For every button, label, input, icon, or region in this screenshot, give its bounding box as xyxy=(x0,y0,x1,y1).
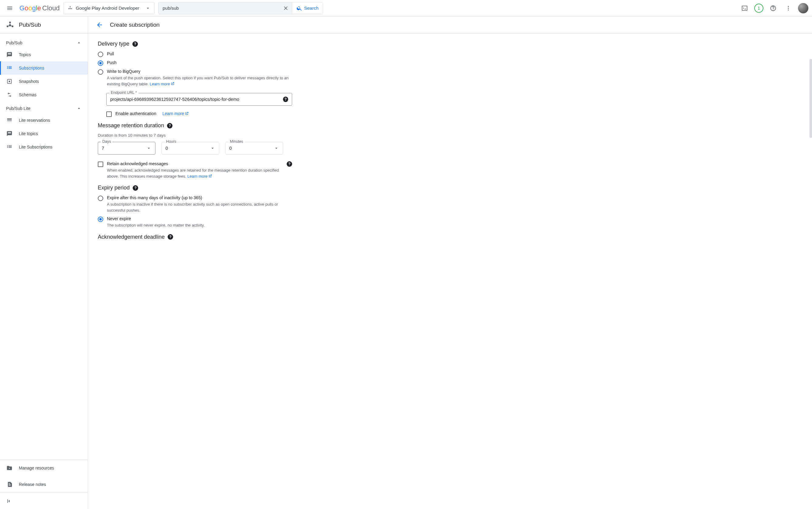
svg-point-8 xyxy=(788,9,789,10)
svg-point-2 xyxy=(71,8,72,9)
chevron-down-icon xyxy=(145,5,151,11)
svg-point-10 xyxy=(7,25,8,27)
checkbox-icon xyxy=(98,162,103,167)
more-button[interactable] xyxy=(783,3,794,14)
never-expire-radio[interactable]: Never expire The subscription will never… xyxy=(98,216,292,228)
hours-select[interactable]: Hours 0 xyxy=(162,142,219,155)
help-icon xyxy=(770,5,776,11)
sidebar-item-topics[interactable]: Topics xyxy=(0,48,88,61)
chevron-down-icon xyxy=(146,145,151,151)
scrollbar[interactable] xyxy=(810,33,812,509)
topic-icon xyxy=(6,131,12,137)
help-button[interactable] xyxy=(768,3,779,14)
delivery-bigquery-radio[interactable]: Write to BigQuery A variant of the push … xyxy=(98,69,292,87)
svg-point-12 xyxy=(9,24,11,26)
folder-gear-icon xyxy=(6,465,12,471)
expire-after-radio[interactable]: Expire after this many days of inactivit… xyxy=(98,195,292,213)
cloud-shell-button[interactable] xyxy=(739,3,750,14)
delivery-type-heading: Delivery type ? xyxy=(98,41,292,47)
notifications-badge[interactable]: 1 xyxy=(754,4,764,13)
radio-icon xyxy=(98,69,103,75)
sidebar-item-manage-resources[interactable]: Manage resources xyxy=(0,460,88,476)
search-container: Search xyxy=(158,2,323,14)
bigquery-learn-more-link[interactable]: Learn more xyxy=(150,82,175,86)
project-icon xyxy=(67,5,73,11)
delivery-type-help[interactable]: ? xyxy=(132,41,138,47)
sidebar-item-subscriptions[interactable]: Subscriptions xyxy=(0,61,88,75)
subscriptions-icon xyxy=(6,65,12,71)
endpoint-url-field[interactable]: Endpoint URL * ? xyxy=(106,93,292,106)
sidebar-item-lite-topics[interactable]: Lite topics xyxy=(0,127,88,140)
sidebar-item-schemas[interactable]: Schemas xyxy=(0,88,88,101)
chevron-down-icon xyxy=(274,145,279,151)
external-link-icon xyxy=(185,111,189,116)
google-cloud-logo[interactable]: Google Cloud xyxy=(20,4,60,12)
chevron-up-icon xyxy=(76,40,82,45)
account-avatar[interactable] xyxy=(798,3,808,13)
endpoint-help[interactable]: ? xyxy=(283,97,288,102)
svg-point-9 xyxy=(9,21,11,23)
sidebar-item-lite-subscriptions[interactable]: Lite Subscriptions xyxy=(0,140,88,154)
sidebar-product-title: Pub/Sub xyxy=(19,22,41,28)
delivery-pull-radio[interactable]: Pull xyxy=(98,51,292,57)
endpoint-url-input[interactable] xyxy=(110,97,281,102)
chevron-down-icon xyxy=(210,145,215,151)
search-button[interactable]: Search xyxy=(292,2,323,14)
svg-point-0 xyxy=(70,6,70,7)
retention-helper: Duration is from 10 minutes to 7 days xyxy=(98,133,292,138)
sidebar-section-pubsub-lite[interactable]: Pub/Sub Lite xyxy=(0,101,88,113)
expiry-help[interactable]: ? xyxy=(133,185,138,191)
svg-rect-19 xyxy=(7,499,8,503)
days-select[interactable]: Days 7 xyxy=(98,142,155,155)
search-input[interactable] xyxy=(158,2,280,14)
enable-auth-checkbox[interactable]: Enable authentication Learn more xyxy=(106,111,292,117)
close-icon xyxy=(283,5,289,11)
back-button[interactable] xyxy=(95,21,104,29)
sidebar-item-snapshots[interactable]: Snapshots xyxy=(0,75,88,88)
scrollbar-thumb[interactable] xyxy=(810,59,812,138)
sidebar-header: Pub/Sub xyxy=(0,16,88,33)
notes-icon xyxy=(6,481,12,487)
pubsub-icon xyxy=(5,20,14,30)
terminal-icon xyxy=(741,5,748,11)
retain-learn-more-link[interactable]: Learn more xyxy=(187,174,212,178)
retain-help[interactable]: ? xyxy=(287,161,292,167)
sidebar-item-lite-reservations[interactable]: Lite reservations xyxy=(0,113,88,127)
delivery-push-radio[interactable]: Push xyxy=(98,60,292,66)
radio-selected-icon xyxy=(98,216,103,222)
radio-icon xyxy=(98,196,103,201)
ack-deadline-heading: Acknowledgement deadline ? xyxy=(98,234,292,240)
svg-point-14 xyxy=(9,81,10,82)
ack-help[interactable]: ? xyxy=(168,234,173,240)
main-menu-button[interactable] xyxy=(4,2,16,14)
svg-rect-16 xyxy=(7,120,12,121)
svg-point-6 xyxy=(788,6,789,7)
retention-help[interactable]: ? xyxy=(167,123,173,129)
sidebar: Pub/Sub Pub/Sub Topics Subscriptions Sna… xyxy=(0,16,88,509)
radio-selected-icon xyxy=(98,61,103,66)
svg-point-11 xyxy=(11,25,13,27)
search-clear-button[interactable] xyxy=(280,2,292,14)
schema-icon xyxy=(6,92,12,98)
retain-acked-checkbox[interactable]: Retain acknowledged messages When enable… xyxy=(98,161,292,179)
checkbox-icon xyxy=(106,111,112,117)
svg-rect-4 xyxy=(742,6,747,10)
chevron-up-icon xyxy=(76,106,82,111)
project-picker[interactable]: Google Play Android Developer xyxy=(64,2,154,14)
topic-icon xyxy=(6,52,12,58)
sidebar-section-pubsub[interactable]: Pub/Sub xyxy=(0,36,88,48)
enable-auth-learn-more-link[interactable]: Learn more xyxy=(163,111,189,116)
subscriptions-icon xyxy=(6,144,12,150)
minutes-select[interactable]: Minutes 0 xyxy=(225,142,283,155)
main-content: Create subscription Delivery type ? Pull… xyxy=(88,16,812,509)
svg-point-7 xyxy=(788,8,789,8)
page-title: Create subscription xyxy=(110,22,160,28)
more-vert-icon xyxy=(785,5,791,11)
svg-point-18 xyxy=(9,468,10,469)
external-link-icon xyxy=(208,174,212,178)
hamburger-icon xyxy=(6,5,13,11)
external-link-icon xyxy=(170,82,175,86)
sidebar-collapse-button[interactable] xyxy=(0,493,88,509)
sidebar-item-release-notes[interactable]: Release notes xyxy=(0,476,88,493)
svg-rect-17 xyxy=(7,122,12,122)
